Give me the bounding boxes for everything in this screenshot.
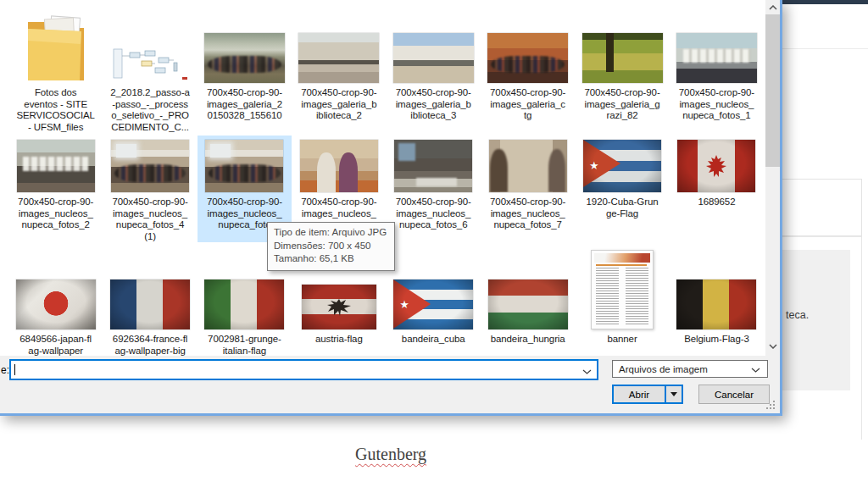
screen: teca. Gutenberg Fotos dos eventos - xyxy=(0,0,868,487)
file-item[interactable]: ★ 1920-Cuba-Grun ge-Flag xyxy=(575,136,669,242)
file-item[interactable]: Fotos dos eventos - SITE SERVICOSOCIAL -… xyxy=(8,7,103,133)
photo-thumbnail xyxy=(582,33,663,83)
austria-flag-thumbnail xyxy=(302,285,376,329)
file-item-label: 6849566-japan-fl ag-wallpaper xyxy=(19,334,92,356)
vertical-scrollbar[interactable] xyxy=(765,0,780,356)
dialog-footer: e: Arquivos de imagem Abrir Cancelar xyxy=(0,356,780,413)
text-caret xyxy=(14,364,15,375)
triangle-down-icon xyxy=(670,392,677,396)
filetype-dropdown[interactable]: Arquivos de imagem xyxy=(612,360,768,378)
folder-icon xyxy=(25,10,86,83)
file-item[interactable]: 2_2018.2_passo-a -passo_-_process o_sele… xyxy=(103,7,197,133)
file-item-label: 700x450-crop-90- images_galeria_c tg xyxy=(490,87,565,122)
file-item-label: 1689652 xyxy=(698,196,735,208)
file-item-label: austria-flag xyxy=(315,334,363,346)
tooltip-size: Tamanho: 65,1 KB xyxy=(274,252,387,266)
file-item[interactable]: 700x450-crop-90- images_nucleos_ nupeca_… xyxy=(103,136,197,242)
resize-grip-icon[interactable] xyxy=(765,400,776,411)
file-item[interactable]: 700x450-crop-90- images_nucleos_ nupeca_… xyxy=(481,136,575,242)
france-flag-thumbnail xyxy=(110,279,190,329)
photo-thumbnail xyxy=(204,33,285,83)
filetype-value: Arquivos de imagem xyxy=(619,364,708,374)
photo-thumbnail xyxy=(487,33,568,83)
file-item[interactable]: 1689652 xyxy=(670,136,764,242)
file-item[interactable]: 6849566-japan-fl ag-wallpaper xyxy=(8,249,103,356)
file-item-label: bandeira_hungria xyxy=(491,334,565,346)
scroll-down-button[interactable] xyxy=(765,339,780,353)
file-item[interactable]: 700x450-crop-90- images_galeria_g razi_8… xyxy=(575,7,669,133)
photo-thumbnail xyxy=(205,140,283,192)
hungary-flag-thumbnail xyxy=(488,279,568,329)
file-item[interactable]: 700x450-crop-90- images_nucleos_ nupeca_… xyxy=(387,136,481,242)
file-item[interactable]: Belgium-Flag-3 xyxy=(670,249,764,356)
photo-thumbnail xyxy=(393,33,474,83)
file-item-label: Belgium-Flag-3 xyxy=(684,334,749,346)
filename-input[interactable] xyxy=(9,359,598,380)
file-item-label: 700x450-crop-90- images_nucleos_ nupeca_… xyxy=(18,196,93,231)
cuba-flag-thumbnail: ★ xyxy=(393,279,473,329)
file-tooltip: Tipo de item: Arquivo JPG Dimensões: 700… xyxy=(267,222,395,271)
file-item-label: 1920-Cuba-Grun ge-Flag xyxy=(587,196,659,219)
scrollbar-thumb[interactable] xyxy=(765,14,780,167)
open-button[interactable]: Abrir xyxy=(612,385,683,404)
chevron-down-icon xyxy=(751,364,760,374)
banner-document-thumbnail xyxy=(591,250,654,329)
file-item[interactable]: bandeira_hungria xyxy=(481,249,575,356)
open-button-label: Abrir xyxy=(614,390,665,400)
cuba-grunge-flag-thumbnail: ★ xyxy=(583,140,661,192)
photo-thumbnail xyxy=(300,140,378,192)
file-item-label: 700x450-crop-90- images_nucleos_ nupeca_… xyxy=(396,196,471,231)
file-item[interactable]: ★ bandeira_cuba xyxy=(387,249,481,356)
file-item-label: 700x450-crop-90- images_nucleos_ xyxy=(301,196,376,219)
gutenberg-link[interactable]: Gutenberg xyxy=(355,445,426,464)
scroll-up-button[interactable] xyxy=(765,0,780,14)
diagram-thumbnail xyxy=(111,46,190,83)
open-dropdown-button[interactable] xyxy=(666,386,682,402)
file-item[interactable]: 700x450-crop-90- images_galeria_b ibliot… xyxy=(292,7,386,133)
page-panel-border xyxy=(861,236,862,440)
photo-thumbnail xyxy=(298,33,379,83)
belgium-flag-thumbnail xyxy=(676,279,756,329)
file-item[interactable]: 700x450-crop-90- images_galeria_2 015032… xyxy=(198,7,292,133)
tooltip-type: Tipo de item: Arquivo JPG xyxy=(274,226,387,240)
file-item-label: 2_2018.2_passo-a -passo_-_process o_sele… xyxy=(110,87,190,133)
open-file-dialog: Fotos dos eventos - SITE SERVICOSOCIAL -… xyxy=(0,0,782,416)
file-item-label: 700x450-crop-90- images_nucleos_ nupeca_… xyxy=(112,196,187,242)
photo-thumbnail xyxy=(676,33,757,83)
file-item[interactable]: 6926364-france-fl ag-wallpaper-big xyxy=(103,249,197,356)
clipped-page-text: teca. xyxy=(786,309,809,321)
file-item[interactable]: 700x450-crop-90- images_galeria_c tg xyxy=(481,7,575,133)
file-item-label: 700x450-crop-90- images_galeria_2 015032… xyxy=(207,87,282,122)
file-item[interactable]: 700x450-crop-90- images_nucleos_ nupeca_… xyxy=(670,7,764,133)
tooltip-dimensions: Dimensões: 700 x 450 xyxy=(274,240,387,253)
photo-thumbnail xyxy=(17,140,95,192)
file-item-label: Fotos dos eventos - SITE SERVICOSOCIAL -… xyxy=(16,87,94,133)
italy-flag-thumbnail xyxy=(204,279,284,329)
chevron-down-icon xyxy=(769,344,777,349)
file-item[interactable]: 700x450-crop-90- images_galeria_b ibliot… xyxy=(387,7,481,133)
photo-thumbnail xyxy=(111,140,189,192)
file-item-label: 700x450-crop-90- images_galeria_b ibliot… xyxy=(396,87,471,122)
filename-label-clipped: e: xyxy=(1,364,9,376)
file-item-label: 700x450-crop-90- images_nucleos_ nupeca_… xyxy=(679,87,754,122)
cancel-button[interactable]: Cancelar xyxy=(698,385,770,404)
chevron-up-icon xyxy=(769,5,777,10)
file-item[interactable]: 700x450-crop-90- images_nucleos_ nupeca_… xyxy=(8,136,103,242)
file-item-label: 700x450-crop-90- images_nucleos_ nupeca_… xyxy=(490,196,565,231)
japan-flag-thumbnail xyxy=(16,279,96,329)
file-item-label: 6926364-france-fl ag-wallpaper-big xyxy=(113,334,187,356)
file-item-label: banner xyxy=(607,334,637,346)
file-item-label: bandeira_cuba xyxy=(402,334,465,346)
photo-thumbnail xyxy=(489,140,567,192)
file-item[interactable]: banner xyxy=(575,249,669,356)
photo-thumbnail xyxy=(394,140,472,192)
file-list: Fotos dos eventos - SITE SERVICOSOCIAL -… xyxy=(0,0,765,356)
file-item-label: 700x450-crop-90- images_galeria_g razi_8… xyxy=(584,87,659,122)
file-item-label: 700x450-crop-90- images_galeria_b ibliot… xyxy=(301,87,376,122)
cancel-button-label: Cancelar xyxy=(715,390,754,400)
chevron-down-icon[interactable] xyxy=(582,362,592,378)
file-item-label: 7002981-grunge- italian-flag xyxy=(208,334,281,356)
canada-flag-thumbnail xyxy=(677,140,755,192)
